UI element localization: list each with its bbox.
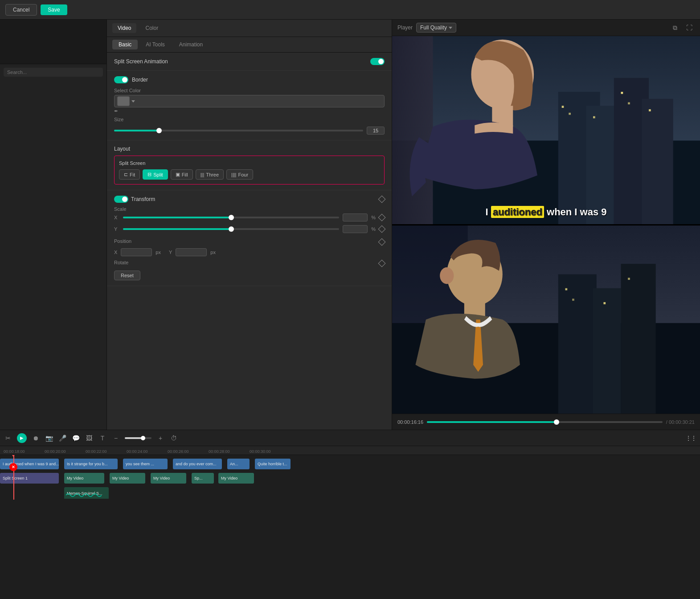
- video-clip-0[interactable]: Split Screen 1: [0, 473, 59, 484]
- ruler-mark-1: 00:00:20:00: [45, 449, 66, 454]
- layout-section: Layout Split Screen ⊏ Fit ⊟ Split ▣ Fill: [107, 140, 392, 190]
- rotate-label: Rotate: [114, 260, 128, 265]
- camera-icon[interactable]: 📷: [45, 434, 53, 443]
- scale-y-keyframe-icon: [378, 226, 386, 233]
- split-screen-animation-label: Split Screen Animation: [114, 58, 168, 65]
- volume-thumb: [141, 436, 145, 440]
- split-label: Split: [153, 172, 163, 177]
- split-screen-animation-section: Split Screen Animation: [107, 53, 392, 71]
- position-keyframe-icon: [378, 238, 386, 246]
- size-slider-fill: [114, 130, 159, 131]
- pos-y-input[interactable]: 0.00: [176, 248, 207, 256]
- svg-rect-20: [621, 264, 656, 414]
- playhead[interactable]: ✕: [13, 455, 14, 500]
- four-icon: ||||: [231, 172, 236, 177]
- split-btn-four[interactable]: |||| Four: [226, 169, 253, 180]
- split-view-icon[interactable]: ⧉: [670, 22, 680, 33]
- play-button[interactable]: ▶: [17, 433, 27, 443]
- pos-x-label: X: [114, 250, 117, 255]
- rotate-section: Rotate: [114, 260, 385, 267]
- video-clip-1[interactable]: My Video: [64, 473, 104, 484]
- svg-rect-11: [649, 109, 651, 111]
- tab-video[interactable]: Video: [112, 23, 136, 33]
- scale-y-axis-label: Y: [114, 226, 119, 232]
- microphone-icon[interactable]: 🎤: [58, 434, 67, 443]
- split-screen-buttons: ⊏ Fit ⊟ Split ▣ Fill ||| Three: [119, 169, 380, 180]
- panel-subtabs: Basic AI Tools Animation: [107, 37, 392, 53]
- cancel-button[interactable]: Cancel: [5, 4, 37, 16]
- scale-y-input[interactable]: 100.00: [343, 225, 368, 233]
- text-icon[interactable]: T: [98, 434, 107, 443]
- position-label: Position: [114, 238, 131, 244]
- subtitle-clip-5[interactable]: Quite horrible t...: [255, 459, 291, 469]
- split-btn-fit[interactable]: ⊏ Fit: [119, 169, 140, 180]
- fullscreen-icon[interactable]: ⛶: [684, 22, 695, 33]
- tab-color[interactable]: Color: [140, 23, 164, 33]
- subtab-animation[interactable]: Animation: [173, 40, 209, 49]
- scissors-icon[interactable]: ✂: [4, 434, 12, 443]
- audio-track-content: Memes-Squirrel S...: [0, 486, 700, 499]
- timeline-toolbar: ✂ ▶ ⏺ 📷 🎤 💬 🖼 T − + ⏱ ⋮⋮: [0, 430, 700, 446]
- scale-x-slider[interactable]: [123, 217, 339, 218]
- scale-y-slider[interactable]: [123, 228, 339, 230]
- subtitle-clip-0[interactable]: I auditioned when I was 9 and...: [0, 459, 59, 469]
- subtitle-clip-3[interactable]: and do you ever com...: [173, 459, 222, 469]
- progress-bar-fill: [427, 421, 557, 423]
- subtitle-clip-1[interactable]: Is it strange for you b...: [64, 459, 118, 469]
- audio-clip-0[interactable]: Memes-Squirrel S...: [64, 487, 109, 499]
- svg-rect-23: [603, 302, 606, 304]
- record-icon[interactable]: ⏺: [31, 434, 40, 443]
- svg-rect-7: [569, 113, 571, 115]
- eyedropper-icon[interactable]: ✒: [114, 108, 118, 114]
- time-current: 00:00:16:16: [397, 419, 423, 425]
- quality-select[interactable]: Full Quality: [416, 23, 456, 33]
- clock-icon[interactable]: ⏱: [169, 434, 178, 443]
- split-btn-three[interactable]: ||| Three: [196, 169, 224, 180]
- plus-icon[interactable]: +: [156, 434, 165, 443]
- save-button[interactable]: Save: [41, 4, 67, 15]
- ruler-mark-6: 00:00:30:00: [250, 449, 271, 454]
- grid-menu-icon[interactable]: ⋮⋮: [686, 435, 696, 441]
- subtitle-highlight: auditioned: [491, 206, 544, 218]
- scale-x-input[interactable]: 100.00: [343, 213, 368, 222]
- svg-rect-12: [392, 36, 433, 224]
- size-label: Size: [114, 117, 123, 122]
- pos-x-unit: px: [156, 250, 161, 255]
- svg-rect-6: [562, 106, 564, 108]
- subtitle-text-top: I auditioned when I was 9: [483, 205, 609, 219]
- split-btn-split[interactable]: ⊟ Split: [143, 169, 168, 180]
- border-toggle[interactable]: [114, 76, 128, 83]
- subtitle-clip-2[interactable]: you see them ...: [123, 459, 168, 469]
- media-icon[interactable]: 🖼: [85, 434, 94, 443]
- timeline-ruler: 00:00:18:00 00:00:20:00 00:00:22:00 00:0…: [0, 446, 700, 455]
- split-screen-animation-toggle[interactable]: [370, 58, 385, 65]
- progress-thumb: [554, 419, 559, 425]
- pos-x-input[interactable]: 0.00: [121, 248, 152, 256]
- color-picker-button[interactable]: [114, 95, 385, 107]
- size-slider[interactable]: [114, 130, 363, 131]
- properties-panel: Video Color Basic AI Tools Animation Spl…: [107, 20, 392, 430]
- transform-label: Transform: [131, 196, 155, 202]
- scale-label: Scale: [114, 206, 385, 212]
- transform-toggle[interactable]: [114, 196, 128, 203]
- volume-slider[interactable]: [125, 437, 151, 439]
- subtitle-icon[interactable]: 💬: [71, 434, 80, 443]
- reset-button[interactable]: Reset: [114, 271, 140, 280]
- size-value: 15: [367, 127, 385, 135]
- subtitle-clip-4[interactable]: An...: [227, 459, 250, 469]
- fill-icon: ▣: [176, 172, 180, 177]
- sidebar-search-input[interactable]: [4, 68, 103, 77]
- split-btn-fill[interactable]: ▣ Fill: [171, 169, 193, 180]
- video-clip-4[interactable]: Sp...: [192, 473, 214, 484]
- transform-diamond-icon: [378, 196, 386, 203]
- video-clip-5[interactable]: My Video: [218, 473, 254, 484]
- progress-bar[interactable]: [427, 421, 663, 423]
- quality-value: Full Quality: [420, 25, 447, 31]
- video-clip-3[interactable]: My Video: [151, 473, 186, 484]
- video-clip-2[interactable]: My Video: [110, 473, 145, 484]
- minus-icon[interactable]: −: [111, 434, 120, 443]
- subtab-basic[interactable]: Basic: [112, 40, 138, 49]
- video-frame-bottom: [392, 226, 700, 414]
- player-label: Player: [397, 25, 413, 31]
- subtab-ai-tools[interactable]: AI Tools: [139, 40, 171, 49]
